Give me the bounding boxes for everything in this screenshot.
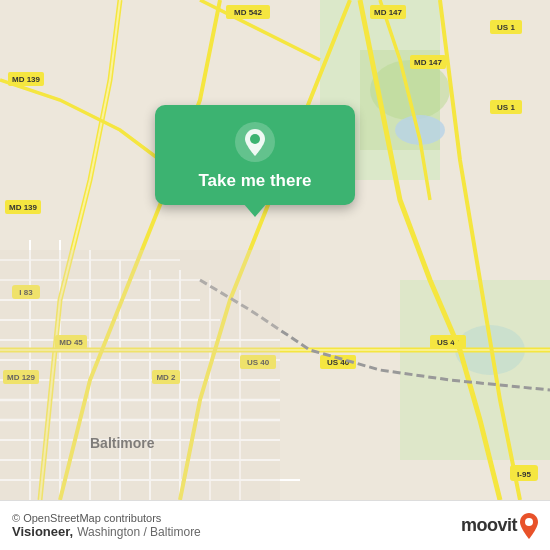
location-pin-icon (234, 121, 276, 163)
map-attribution: © OpenStreetMap contributors (12, 512, 201, 524)
moovit-text: moovit (461, 515, 517, 536)
svg-text:I-95: I-95 (517, 470, 531, 479)
svg-text:MD 542: MD 542 (234, 8, 263, 17)
moovit-logo: moovit (461, 513, 538, 539)
venue-title: Visioneer, (12, 524, 73, 539)
footer-info: © OpenStreetMap contributors Visioneer, … (12, 512, 201, 539)
svg-text:MD 139: MD 139 (12, 75, 41, 84)
svg-text:MD 147: MD 147 (374, 8, 403, 17)
svg-point-65 (525, 518, 533, 526)
svg-text:US 1: US 1 (497, 103, 515, 112)
svg-text:MD 147: MD 147 (414, 58, 443, 67)
venue-location: Washington / Baltimore (77, 525, 201, 539)
popup-label: Take me there (198, 171, 311, 191)
popup-card[interactable]: Take me there (155, 105, 355, 205)
footer-bar: © OpenStreetMap contributors Visioneer, … (0, 500, 550, 550)
map-container: US 40 US 40 US 40 I-95 US 1 US 1 MD 542 … (0, 0, 550, 500)
svg-text:US 1: US 1 (497, 23, 515, 32)
moovit-pin-icon (520, 513, 538, 539)
svg-rect-62 (0, 250, 280, 500)
svg-rect-7 (400, 280, 550, 460)
svg-point-64 (250, 134, 260, 144)
svg-text:MD 139: MD 139 (9, 203, 38, 212)
